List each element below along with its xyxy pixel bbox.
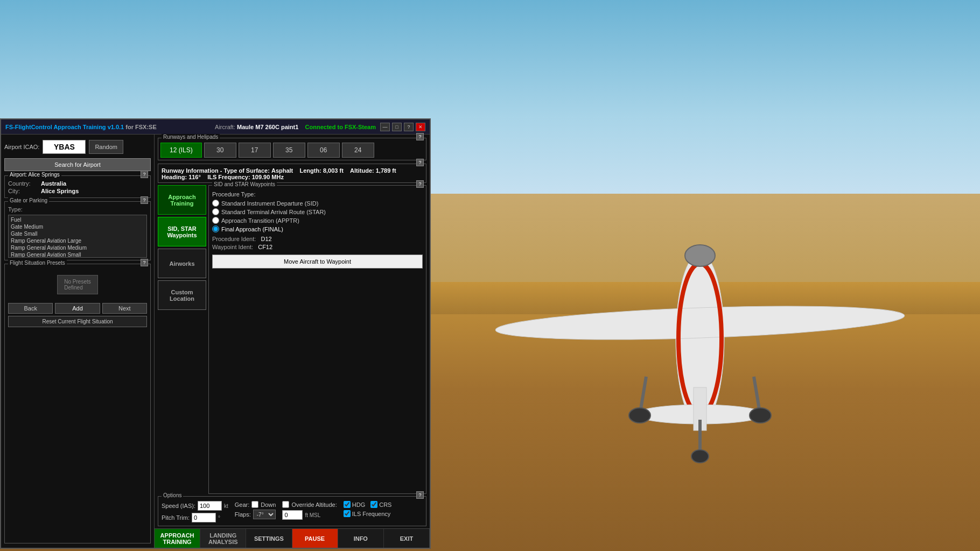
- window-controls: — □ ? ✕: [380, 123, 425, 131]
- gate-type-list[interactable]: FuelGate MediumGate SmallRamp General Av…: [8, 215, 147, 258]
- info-button[interactable]: INFO: [338, 529, 384, 548]
- airport-section: Airport: Alice Springs ? Country: Austra…: [4, 175, 151, 198]
- nav-col: HDG CRS ILS Frequency: [344, 501, 392, 517]
- pitch-trim-unit: °: [218, 515, 220, 521]
- sid-star-button[interactable]: SID, STARWaypoints: [158, 217, 206, 246]
- search-airport-button[interactable]: Search for Airport: [4, 158, 151, 171]
- runway-button[interactable]: 06: [307, 143, 340, 158]
- presets-help-icon[interactable]: ?: [141, 259, 148, 266]
- random-button[interactable]: Random: [89, 140, 123, 154]
- sid-star-section: SID and STAR Waypoints ? Procedure Type:…: [208, 185, 426, 494]
- ils-freq-checkbox[interactable]: [344, 510, 351, 517]
- sid-radio-row: Standard Instrument Departure (SID): [212, 200, 423, 207]
- pitch-trim-input[interactable]: [192, 513, 216, 522]
- options-content: Speed (IAS): kt Pitch Trim: °: [162, 499, 423, 522]
- approach-training-bottom-button[interactable]: APPROACH TRAINING: [155, 529, 200, 548]
- type-label: Type:: [8, 206, 38, 213]
- gate-item[interactable]: Gate Medium: [10, 223, 145, 230]
- gate-item[interactable]: Fuel: [10, 216, 145, 223]
- gate-help-icon[interactable]: ?: [141, 196, 148, 204]
- runway-button[interactable]: 35: [273, 143, 305, 158]
- title-right: Aircraft: Maule M7 260C paint1 Connected…: [215, 123, 425, 131]
- airworks-button[interactable]: Airworks: [158, 249, 206, 278]
- landing-analysis-bottom-button[interactable]: LANDING ANALYSIS: [200, 529, 246, 548]
- flaps-row: Flaps: -7° 0° 10° 20° 30° 40°: [235, 510, 276, 519]
- ils-freq-row: ILS Frequency: [344, 510, 392, 517]
- override-label: Override Altitude:: [291, 501, 337, 508]
- city-label: City:: [8, 188, 38, 194]
- override-unit: ft MSL: [305, 512, 320, 518]
- app-window: FS-FlightControl Approach Training v1.0.…: [0, 118, 431, 549]
- gate-section-title: Gate or Parking: [8, 197, 49, 203]
- settings-button[interactable]: SETTINGS: [246, 529, 292, 548]
- city-row: City: Alice Springs: [8, 188, 147, 194]
- crs-checkbox[interactable]: [370, 501, 377, 508]
- svg-point-11: [691, 450, 709, 463]
- gate-item[interactable]: Ramp General Aviation Medium: [10, 244, 145, 251]
- close-button[interactable]: ✕: [416, 123, 425, 131]
- main-content: Airport ICAO: Random Search for Airport …: [1, 135, 430, 548]
- star-label: Standard Terminal Arrival Route (STAR): [221, 209, 326, 215]
- hdg-checkbox[interactable]: [344, 501, 351, 508]
- runway-button[interactable]: 24: [342, 143, 374, 158]
- svg-point-5: [685, 245, 715, 266]
- back-button[interactable]: Back: [8, 303, 53, 314]
- airport-section-title: Airport: Alice Springs: [8, 172, 61, 178]
- svg-point-9: [629, 408, 650, 423]
- star-radio-row: Standard Terminal Arrival Route (STAR): [212, 208, 423, 215]
- help-button[interactable]: ?: [404, 123, 414, 131]
- pause-button[interactable]: PAUSE: [292, 529, 338, 548]
- exit-button[interactable]: EXIT: [384, 529, 430, 548]
- connection-status: Connected to FSX-Steam: [305, 124, 376, 130]
- airport-help-icon[interactable]: ?: [141, 171, 148, 178]
- speed-input[interactable]: [198, 501, 222, 511]
- minimize-button[interactable]: —: [380, 123, 390, 131]
- country-row: Country: Australia: [8, 180, 147, 187]
- icao-input[interactable]: [43, 140, 86, 154]
- override-col: Override Altitude: ft MSL: [282, 501, 337, 520]
- runway-info-section: ? Runway Information - Type of Surface: …: [158, 164, 426, 183]
- runway-button[interactable]: 17: [239, 143, 271, 158]
- reset-flight-button[interactable]: Reset Current Flight Situation: [8, 316, 147, 327]
- next-button[interactable]: Next: [102, 303, 147, 314]
- gate-item[interactable]: Ramp General Aviation Large: [10, 237, 145, 244]
- runway-info-help-icon[interactable]: ?: [416, 159, 424, 166]
- options-help-icon[interactable]: ?: [416, 491, 424, 499]
- gate-item[interactable]: Ramp General Aviation Small: [10, 251, 145, 258]
- runway-button[interactable]: 12 (ILS): [160, 143, 202, 158]
- star-radio[interactable]: [212, 208, 219, 215]
- sid-star-help-icon[interactable]: ?: [416, 180, 424, 188]
- override-value-input[interactable]: [282, 510, 303, 520]
- flaps-select[interactable]: -7° 0° 10° 20° 30° 40°: [253, 510, 276, 519]
- final-radio[interactable]: [212, 225, 219, 232]
- runway-info-content: Runway Information - Type of Surface: As…: [162, 166, 423, 180]
- city-value: Alice Springs: [41, 188, 79, 194]
- gear-down-checkbox[interactable]: [251, 501, 258, 508]
- apptr-radio[interactable]: [212, 217, 219, 224]
- bottom-buttons: APPROACH TRAINING LANDING ANALYSIS SETTI…: [155, 528, 430, 548]
- runways-help-icon[interactable]: ?: [416, 133, 424, 140]
- add-button[interactable]: Add: [55, 303, 100, 314]
- speed-label: Speed (IAS):: [162, 503, 195, 509]
- approach-training-button[interactable]: ApproachTraining: [158, 185, 206, 215]
- gate-item[interactable]: Gate Small: [10, 230, 145, 237]
- pitch-trim-row: Pitch Trim: °: [162, 513, 228, 522]
- svg-point-10: [750, 408, 771, 423]
- flaps-label: Flaps:: [235, 511, 251, 518]
- maximize-button[interactable]: □: [392, 123, 402, 131]
- presets-section: Flight Situation Presets ? No Presets De…: [4, 264, 151, 543]
- country-value: Australia: [41, 180, 66, 187]
- sid-label: Standard Instrument Departure (SID): [221, 200, 318, 207]
- app-title: FS-FlightControl Approach Training v1.0.…: [5, 124, 157, 130]
- ils-freq-label: ILS Frequency: [344, 510, 391, 517]
- procedure-info: Procedure Ident: D12 Waypoint Ident: CF1…: [212, 236, 423, 250]
- move-waypoint-button[interactable]: Move Aircraft to Waypoint: [212, 255, 423, 269]
- runway-buttons: 12 (ILS)3017350624: [160, 140, 424, 158]
- sid-radio[interactable]: [212, 200, 219, 207]
- country-label: Country:: [8, 180, 38, 187]
- custom-location-button[interactable]: CustomLocation: [158, 280, 206, 310]
- hdg-row: HDG CRS: [344, 501, 392, 508]
- runway-button[interactable]: 30: [204, 143, 236, 158]
- override-checkbox[interactable]: [282, 501, 289, 508]
- gear-row: Gear: Down: [235, 501, 276, 508]
